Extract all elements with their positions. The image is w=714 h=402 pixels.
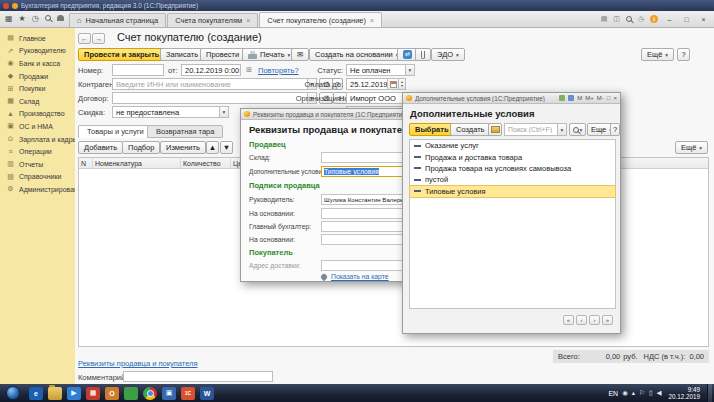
print-button[interactable]: Печать ▾ (242, 48, 296, 61)
dialog-restore-button[interactable]: □ (607, 95, 611, 101)
due-date-field[interactable]: 25.12.2019 ▴ ▾ (346, 78, 406, 90)
back-button[interactable]: ← (78, 33, 91, 44)
forward-button[interactable]: → (92, 33, 105, 44)
scale-increase-button[interactable]: М+ (585, 95, 594, 101)
list-item[interactable]: пустой (410, 174, 615, 185)
create-based-on-button[interactable]: Создать на основании ▾ (309, 48, 405, 61)
save-button[interactable]: Записать (160, 48, 204, 61)
list-item[interactable]: Продажа товара на условиях самовывоза (410, 163, 615, 174)
tray-hidden-icons-chevron[interactable]: ▴ (632, 389, 635, 397)
taskbar-icon-chrome[interactable] (143, 387, 157, 400)
scale-decrease-button[interactable]: М- (597, 95, 604, 101)
info-icon[interactable]: i (650, 15, 658, 23)
taskbar-icon-internet-explorer[interactable]: e (29, 387, 43, 400)
sidebar-item-production[interactable]: ▲Производство (0, 108, 75, 121)
comment-input[interactable] (123, 371, 273, 382)
date-spinner[interactable]: ▴ ▾ (399, 78, 406, 90)
tray-flag-icon[interactable]: ⚐ (639, 389, 645, 397)
column-header-n[interactable]: N (79, 158, 93, 169)
create-group-button[interactable] (488, 123, 502, 136)
additional-conditions-input[interactable]: Типовые условия (321, 166, 411, 177)
sidebar-item-sales[interactable]: ◆Продажи (0, 70, 75, 83)
nav-first-button[interactable]: « (563, 315, 574, 325)
nav-last-button[interactable]: » (602, 315, 613, 325)
taskbar-icon-app-green[interactable] (124, 387, 138, 400)
spin-down-icon[interactable]: ▾ (401, 84, 403, 88)
dropdown-arrow-icon[interactable]: ▾ (220, 106, 229, 118)
requisites-link[interactable]: Реквизиты продавца и покупателя (78, 359, 198, 368)
show-desktop-button[interactable] (707, 384, 712, 402)
taskbar-icon-word[interactable]: W (200, 387, 214, 400)
sidebar-item-manager[interactable]: ⇗Руководителю (0, 45, 75, 58)
sidebar-item-warehouse[interactable]: ▦Склад (0, 95, 75, 108)
search-options-button[interactable]: ▾ (569, 123, 586, 136)
list-item-selected[interactable]: Типовые условия (410, 186, 615, 197)
tray-status-icon[interactable]: ◉ (622, 389, 628, 397)
basis-input[interactable] (321, 208, 411, 219)
column-header-quantity[interactable]: Количество (181, 158, 231, 169)
start-button[interactable] (6, 386, 20, 400)
restore-button[interactable]: □ (681, 16, 692, 23)
service-calendar-icon[interactable]: ▤ (601, 15, 608, 23)
move-up-button[interactable]: ▲ (206, 141, 219, 154)
post-button[interactable]: Провести (200, 48, 245, 61)
pick-button[interactable]: Подбор (122, 141, 160, 154)
sidebar-item-operations[interactable]: ≡Операции (0, 145, 75, 158)
service-search-icon[interactable] (626, 16, 632, 23)
delivery-address-input[interactable] (321, 260, 411, 271)
edit-button[interactable]: Изменить (160, 141, 206, 154)
calendar-icon[interactable] (388, 78, 399, 90)
sidebar-item-references[interactable]: ▧Справочники (0, 171, 75, 184)
basis2-input[interactable] (321, 234, 411, 245)
conditions-help-button[interactable]: ? (610, 123, 620, 136)
tab-customer-invoices[interactable]: Счета покупателям × (167, 13, 258, 27)
dialog-requisites-titlebar[interactable]: Реквизиты продавца и покупателя (1С:Пред… (241, 109, 417, 120)
attachments-button[interactable] (415, 48, 431, 61)
select-button[interactable]: Выбрать (409, 123, 455, 136)
scale-normal-button[interactable]: М (577, 95, 582, 101)
dialog-close-button[interactable]: × (613, 95, 617, 101)
tray-network-icon[interactable]: ▯ (649, 389, 653, 397)
items-more-button[interactable]: Ещё ▾ (675, 141, 708, 154)
move-down-button[interactable]: ▼ (220, 141, 233, 154)
sidebar-item-reports[interactable]: ▥Отчеты (0, 158, 75, 171)
menu-icon[interactable]: ▦ (5, 15, 13, 23)
discount-select[interactable]: не предоставлена ▾ (112, 106, 229, 118)
close-tab-icon[interactable]: × (246, 17, 250, 24)
taskbar-icon-1c[interactable]: 1С (181, 387, 195, 400)
create-button[interactable]: Создать (450, 123, 491, 136)
service-calculator-icon[interactable]: ◫ (613, 15, 620, 23)
edo-button[interactable]: ЭДО ▾ (431, 48, 465, 61)
favorites-star-icon[interactable]: ★ (19, 15, 26, 23)
list-item[interactable]: Продажа и доставка товара (410, 151, 615, 162)
taskbar-icon-explorer[interactable] (48, 387, 62, 400)
nav-prev-button[interactable]: ‹ (576, 315, 587, 325)
minimize-button[interactable]: – (664, 16, 675, 23)
sidebar-item-salary-hr[interactable]: ⊙Зарплата и кадры (0, 133, 75, 146)
language-indicator[interactable]: EN (608, 390, 618, 397)
taskbar-icon-outlook[interactable]: O (105, 387, 119, 400)
tab-home[interactable]: ⌂ Начальная страница (69, 13, 166, 27)
director-input[interactable]: Шулика Константин Валерьевич (321, 194, 413, 205)
tray-volume-icon[interactable]: ◀ (656, 389, 661, 397)
add-row-button[interactable]: Добавить (78, 141, 123, 154)
sidebar-item-main[interactable]: ▤Главное (0, 32, 75, 45)
column-header-nomenclature[interactable]: Номенклатура (93, 158, 181, 169)
dropdown-arrow-icon[interactable]: ▾ (558, 123, 567, 136)
tab-returnable-packaging[interactable]: Возвратная тара (147, 125, 223, 138)
status-select[interactable]: Не оплачен ▾ (346, 64, 415, 76)
more-button[interactable]: Ещё ▾ (641, 48, 674, 61)
list-item[interactable]: Оказание услуг (410, 140, 615, 151)
send-email-button[interactable]: ✉ (291, 48, 309, 61)
sidebar-item-bank-cash[interactable]: ◉Банк и касса (0, 57, 75, 70)
post-and-close-button[interactable]: Провести и закрыть (78, 48, 165, 61)
sidebar-item-fixed-assets[interactable]: ▣ОС и НМА (0, 120, 75, 133)
close-button[interactable]: × (698, 16, 709, 23)
tab-goods-services[interactable]: Товары и услуги (78, 125, 153, 138)
feature-icon[interactable] (559, 95, 565, 101)
taskbar-clock[interactable]: 9:49 20.12.2019 (665, 386, 703, 400)
feature-icon[interactable] (568, 95, 574, 101)
schedule-icon[interactable]: ⊞ (246, 66, 252, 74)
taskbar-icon-devices[interactable]: ▣ (162, 387, 176, 400)
taskbar-icon-media-player[interactable]: ▶ (67, 387, 81, 400)
